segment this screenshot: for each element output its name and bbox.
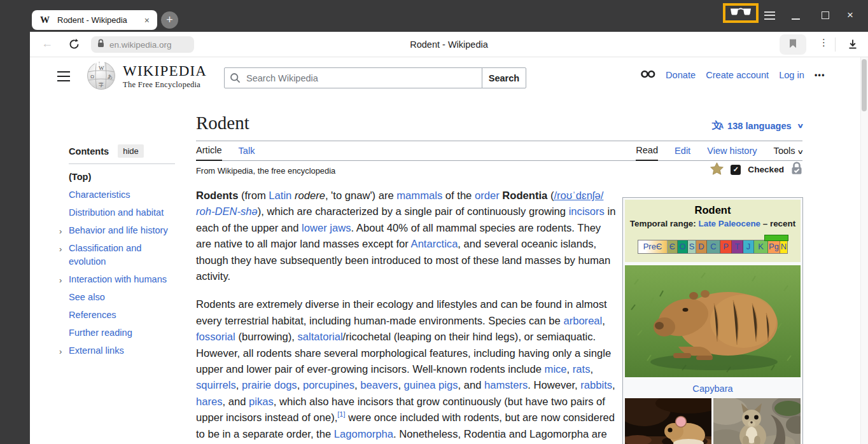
toc-hide-button[interactable]: hide xyxy=(118,144,144,158)
timescale-Pg[interactable]: Pg xyxy=(768,240,780,253)
wiki-link[interactable]: Antarctica xyxy=(411,238,458,250)
wiki-link[interactable]: rats xyxy=(573,363,591,375)
header-link-log-in[interactable]: Log in xyxy=(779,70,804,80)
wiki-link[interactable]: mice xyxy=(545,363,567,375)
header-link-donate[interactable]: Donate xyxy=(666,70,696,80)
toc-item[interactable]: Further reading xyxy=(59,326,178,340)
wiki-link[interactable]: pikas xyxy=(249,396,274,408)
timescale-D[interactable]: D xyxy=(696,240,707,253)
tab-close-icon[interactable]: × xyxy=(143,15,151,25)
toc-item[interactable]: References xyxy=(59,309,178,322)
chevron-right-icon[interactable]: › xyxy=(59,274,62,287)
toc-item[interactable]: ›Behavior and life history xyxy=(59,224,178,237)
timescale-S[interactable]: S xyxy=(688,240,696,253)
scrollbar-thumb[interactable] xyxy=(862,59,867,111)
browser-menu-icon[interactable] xyxy=(764,11,775,22)
wiki-link[interactable]: squirrels xyxy=(196,379,236,391)
toc-item[interactable]: (Top) xyxy=(59,170,178,184)
checked-label: Checked xyxy=(748,165,784,174)
toc-item[interactable]: ›External links xyxy=(59,344,178,357)
timescale-C[interactable]: C xyxy=(707,240,720,253)
wiki-link[interactable]: roh-DEN-shə xyxy=(196,205,258,218)
tab-edit[interactable]: Edit xyxy=(675,146,690,160)
timescale-J[interactable]: J xyxy=(743,240,754,253)
taxobox-title: Rodent xyxy=(627,204,798,216)
wiki-link[interactable]: hamsters xyxy=(484,379,528,391)
chevron-right-icon[interactable]: › xyxy=(59,345,62,358)
timescale-O[interactable]: O xyxy=(678,240,688,253)
address-bar[interactable]: en.wikipedia.org xyxy=(91,36,194,53)
tab-read[interactable]: Read xyxy=(636,145,658,161)
toc-item[interactable]: Characteristics xyxy=(59,188,178,202)
temporal-range-link[interactable]: Late Paleocene xyxy=(699,219,761,228)
new-tab-button[interactable]: + xyxy=(161,11,178,29)
capybara-image[interactable] xyxy=(625,265,801,380)
timescale-T[interactable]: T xyxy=(732,240,743,253)
wiki-link[interactable]: lower jaws xyxy=(302,222,351,234)
main-menu-icon[interactable] xyxy=(57,71,70,85)
search-icon xyxy=(230,73,241,86)
tab-view-history[interactable]: View history xyxy=(707,146,757,160)
timescale-PreЄ[interactable]: PreЄ xyxy=(638,240,668,253)
minimize-button[interactable] xyxy=(792,18,800,20)
header-link-create-account[interactable]: Create account xyxy=(706,70,769,80)
wikipedia-wordmark[interactable]: WIKIPEDIA The Free Encyclopedia xyxy=(123,63,207,90)
timescale-P[interactable]: P xyxy=(720,240,732,253)
timescale-Є[interactable]: Є xyxy=(668,240,678,253)
toc-item[interactable]: Distribution and habitat xyxy=(59,206,178,219)
wiki-link[interactable]: incisors xyxy=(569,205,605,218)
wiki-link[interactable]: rabbits xyxy=(580,379,612,391)
svg-text:字: 字 xyxy=(99,82,104,88)
tab-article[interactable]: Article xyxy=(196,145,222,161)
image-caption-link[interactable]: Capybara xyxy=(625,380,801,398)
page-scrollbar[interactable] xyxy=(860,57,868,444)
wikipedia-globe-logo[interactable]: W Ω あ 字 xyxy=(86,60,116,93)
taxobox: Rodent Temporal range: Late Paleocene – … xyxy=(622,197,803,444)
chevron-right-icon[interactable]: › xyxy=(59,242,62,256)
back-icon[interactable]: ← xyxy=(41,37,53,50)
toc-item[interactable]: See also xyxy=(59,291,178,304)
geologic-timescale: PreЄЄOSDCPTJKPgN xyxy=(638,240,788,254)
languages-button[interactable]: 文A 138 languages ∨ xyxy=(711,120,802,132)
wiki-link[interactable]: saltatorial xyxy=(298,331,343,343)
browser-tab[interactable]: W Rodent - Wikipedia × xyxy=(32,10,157,30)
wiki-link[interactable]: Lagomorpha xyxy=(334,428,393,440)
wiki-link[interactable]: Latin xyxy=(269,190,291,202)
tab-talk[interactable]: Talk xyxy=(239,146,255,160)
download-icon[interactable] xyxy=(847,39,858,52)
refresh-icon[interactable] xyxy=(68,38,80,53)
checked-checkbox[interactable]: ✓ xyxy=(731,165,741,175)
header-more-icon[interactable]: ••• xyxy=(815,71,825,80)
toc-item[interactable]: ›Classification and evolution xyxy=(59,242,178,268)
springhare-thumbnail[interactable] xyxy=(625,398,711,444)
search-button[interactable]: Search xyxy=(482,67,526,88)
pending-changes-lock-icon[interactable] xyxy=(791,162,802,177)
site-subtitle: From Wikipedia, the free encyclopedia xyxy=(196,166,335,176)
wiki-link[interactable]: prairie dogs xyxy=(242,379,297,391)
toc-item[interactable]: ›Interaction with humans xyxy=(59,273,178,286)
watchstar-icon[interactable] xyxy=(710,162,724,177)
close-window-button[interactable]: × xyxy=(847,9,853,22)
bookmark-button[interactable] xyxy=(780,34,806,55)
chevron-right-icon[interactable]: › xyxy=(59,225,62,238)
wiki-link[interactable]: porcupines xyxy=(303,379,354,391)
timescale-N[interactable]: N xyxy=(780,240,787,253)
page-menu-kebab-icon[interactable]: ⋮ xyxy=(819,37,829,48)
wiki-link[interactable]: fossorial xyxy=(196,331,235,343)
appearance-glasses-icon[interactable] xyxy=(641,69,655,81)
wiki-link[interactable]: guinea pigs xyxy=(404,379,458,391)
search-input[interactable] xyxy=(224,67,482,88)
highlighted-extension-button[interactable] xyxy=(723,3,759,23)
wiki-link[interactable]: beavers xyxy=(360,379,398,391)
wiki-link[interactable]: order xyxy=(475,190,500,202)
maximize-button[interactable] xyxy=(822,11,829,19)
wiki-link[interactable]: hares xyxy=(196,396,223,408)
wiki-link[interactable]: mammals xyxy=(396,190,442,202)
bookmark-icon xyxy=(789,39,797,51)
ref-link[interactable]: [1] xyxy=(337,411,345,419)
wiki-link[interactable]: arboreal xyxy=(563,315,602,327)
tab-tools[interactable]: Tools∨ xyxy=(774,146,802,160)
squirrel-thumbnail[interactable] xyxy=(713,398,801,444)
wiki-link[interactable]: /roʊˈdɛnʃə/ xyxy=(554,190,603,202)
timescale-K[interactable]: K xyxy=(754,240,768,253)
